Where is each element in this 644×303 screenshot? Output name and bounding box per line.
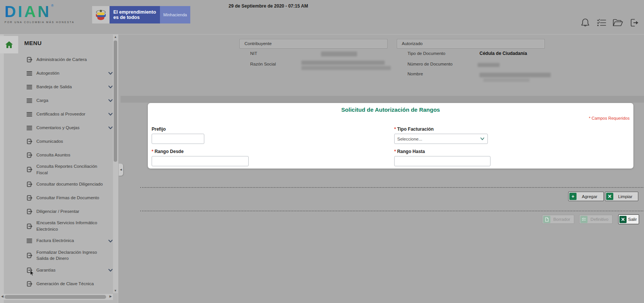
tipo-facturacion-select[interactable]: Seleccione...	[394, 134, 488, 144]
sidebar-item-label: Consultar documento Diligenciado	[36, 181, 103, 187]
scroll-left-arrow-icon[interactable]: ◀	[1, 295, 3, 298]
scroll-up-arrow-icon[interactable]: ▲	[113, 35, 118, 39]
dian-logo: DIAN® POR UNA COLOMBIA MÁS HONESTA	[5, 4, 80, 23]
chevron-down-icon	[108, 112, 113, 117]
form-title: Solicitud de Autorización de Rangos	[148, 106, 633, 113]
sidebar-menu-title: MENU	[24, 40, 42, 46]
rango-hasta-input[interactable]	[394, 156, 490, 166]
rango-desde-input[interactable]	[152, 156, 249, 166]
sidebar-item-14[interactable]: Formalizar Declaración Ingreso Salida de…	[18, 248, 114, 263]
sidebar-item-label: lEncuesta Servicios Informático Electrón…	[36, 220, 106, 232]
sidebar-horizontal-scrollbar[interactable]: ◀ ▶	[0, 294, 113, 300]
contribuyente-panel-header: Contribuyente	[240, 39, 387, 48]
numero-documento-label: Número de Documento	[407, 62, 453, 66]
folder-open-icon[interactable]	[612, 17, 624, 28]
sidebar-item-8[interactable]: Consulta Reportes Conciliación Fiscal	[18, 162, 114, 177]
box-arrow-icon	[26, 252, 33, 259]
sidebar-menu-list: Administración de Cartera Autogestión	[18, 53, 114, 291]
gov-slogan-line1: El emprendimiento	[113, 9, 160, 15]
gov-slogan-line2: es de todos	[113, 15, 160, 20]
registered-mark: ®	[51, 4, 54, 8]
box-arrow-icon	[26, 280, 33, 287]
nit-label: NIT	[250, 51, 257, 56]
redacted-value	[483, 78, 530, 82]
dian-app-window: DIAN® POR UNA COLOMBIA MÁS HONESTA El em…	[0, 0, 644, 303]
sidebar-item-0[interactable]: Administración de Cartera	[18, 53, 114, 66]
box-arrow-icon	[26, 138, 33, 145]
sidebar-item-7[interactable]: Consulta Asuntos	[18, 148, 114, 162]
sidebar-item-15[interactable]: Garantías	[18, 263, 114, 277]
content-divider-band	[121, 96, 644, 103]
redacted-value	[479, 73, 551, 77]
tipo-documento-label: Tipo de Documento	[407, 51, 445, 56]
chevron-down-icon	[108, 71, 113, 76]
tipo-documento-value: Cédula de Ciudadanía	[479, 51, 527, 56]
chevron-down-icon	[108, 98, 113, 103]
sidebar-item-9[interactable]: Consultar documento Diligenciado	[18, 177, 114, 191]
gov-banner: El emprendimiento es de todos Minhaciend…	[92, 6, 190, 23]
sidebar-item-12[interactable]: lEncuesta Servicios Informático Electrón…	[18, 218, 114, 234]
bell-icon[interactable]	[580, 17, 591, 28]
dian-tagline: POR UNA COLOMBIA MÁS HONESTA	[5, 21, 80, 23]
sidebar: MENU Administración de Cartera	[0, 34, 118, 303]
horizontal-scroll-thumb[interactable]	[5, 295, 106, 299]
logout-icon[interactable]	[628, 17, 640, 28]
redacted-value	[301, 61, 385, 65]
box-arrow-icon	[26, 208, 33, 215]
scroll-down-arrow-icon[interactable]: ▼	[113, 289, 118, 292]
tipo-facturacion-selected-value: Seleccione...	[397, 137, 422, 141]
separator-dashed-line	[140, 187, 643, 188]
sidebar-item-2[interactable]: Bandeja de Salida	[18, 80, 114, 94]
tipo-facturacion-label: *Tipo Facturación	[394, 127, 434, 132]
home-icon	[5, 41, 14, 49]
chevron-down-icon	[108, 84, 113, 89]
checklist-icon	[580, 216, 588, 223]
sidebar-item-5[interactable]: Comentarios y Quejas	[18, 121, 114, 134]
sidebar-item-label: Bandeja de Salida	[36, 84, 72, 90]
box-arrow-icon	[26, 181, 33, 188]
required-fields-note: * Campos Requeridos	[589, 116, 630, 120]
sidebar-item-6[interactable]: Comunicados	[18, 134, 114, 148]
scroll-right-arrow-icon[interactable]: ▶	[110, 295, 112, 298]
redacted-value	[301, 66, 391, 70]
sidebar-item-13[interactable]: Factura Electrónica	[18, 234, 114, 248]
sidebar-item-10[interactable]: Consultar Firmas de Documento	[18, 191, 114, 205]
definitivo-button: Definitivo	[579, 215, 613, 224]
sidebar-item-3[interactable]: Carga	[18, 94, 114, 107]
plus-icon: +	[569, 193, 577, 200]
sidebar-item-label: Diligenciar / Presentar	[36, 208, 79, 215]
salir-button[interactable]: ✕ Salir	[618, 214, 639, 224]
sidebar-item-4[interactable]: Certificados al Proveedor	[18, 107, 114, 121]
menu-lines-icon	[26, 237, 33, 244]
box-arrow-icon	[26, 152, 33, 159]
chevron-down-icon	[108, 268, 113, 273]
sidebar-item-11[interactable]: Diligenciar / Presentar	[18, 205, 114, 218]
rango-desde-label: *Rango Desde	[152, 149, 183, 154]
limpiar-button[interactable]: ✕ Limpiar	[605, 192, 638, 201]
checklist-icon[interactable]	[596, 17, 607, 28]
prefijo-input[interactable]	[152, 134, 204, 144]
sidebar-vertical-scrollbar[interactable]: ▲ ▼	[113, 34, 118, 293]
home-button[interactable]	[0, 36, 18, 53]
separator-dashed-line	[140, 211, 643, 211]
sidebar-left-strip	[0, 34, 4, 303]
sidebar-item-16[interactable]: Generación de Clave Técnica	[18, 277, 114, 291]
sidebar-item-1[interactable]: Autogestión	[18, 66, 114, 80]
menu-lines-icon	[26, 124, 33, 131]
rango-hasta-label: *Rango Hasta	[394, 149, 425, 154]
chevron-down-icon	[108, 125, 113, 130]
menu-lines-icon	[26, 97, 33, 104]
menu-lines-icon	[26, 83, 33, 91]
mouse-cursor-icon	[30, 270, 34, 276]
sidebar-item-label: Carga	[36, 97, 48, 104]
minhacienda-label: Minhacienda	[160, 6, 190, 23]
box-arrow-icon	[26, 56, 33, 63]
menu-lines-icon	[26, 70, 33, 77]
sidebar-item-label: Generación de Clave Técnica	[36, 281, 94, 287]
agregar-button[interactable]: + Agregar	[568, 192, 604, 201]
vertical-scroll-thumb[interactable]	[114, 41, 117, 162]
autorizado-panel-header: Autorizado	[397, 39, 545, 48]
current-datetime: 29 de Septiembre de 2020 - 07:15 AM	[229, 3, 308, 9]
nombre-label: Nombre	[407, 72, 423, 76]
sidebar-item-label: Administración de Cartera	[36, 56, 87, 63]
